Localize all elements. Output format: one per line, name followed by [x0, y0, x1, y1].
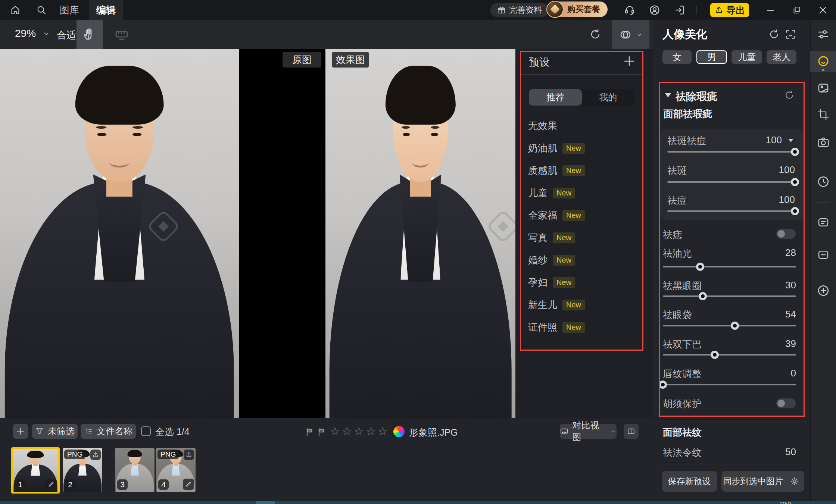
compare-mode-button[interactable]	[612, 20, 649, 49]
dark-circle-slider[interactable]	[663, 295, 796, 297]
flag-pick-button[interactable]	[305, 427, 315, 437]
divider	[816, 160, 830, 160]
export-button[interactable]: 导出	[710, 3, 749, 17]
star-icon[interactable]	[366, 425, 376, 438]
tab-recommended[interactable]: 推荐	[529, 89, 582, 106]
sync-settings-button[interactable]	[785, 476, 804, 486]
sidebar-history-button[interactable]	[817, 175, 830, 188]
double-chin-slider[interactable]	[663, 354, 796, 356]
ruler-tool-button[interactable]	[114, 27, 130, 43]
preset-item[interactable]: 新生儿New	[528, 298, 585, 312]
slider-label: 祛斑	[667, 164, 687, 177]
support-button[interactable]	[624, 4, 636, 16]
wrinkle-section-title: 面部祛纹	[663, 426, 702, 439]
sidebar-add-button[interactable]	[817, 284, 830, 297]
preset-item[interactable]: 质感肌New	[528, 164, 585, 177]
search-button[interactable]	[36, 4, 47, 16]
account-button[interactable]	[649, 4, 661, 16]
home-button[interactable]	[10, 4, 21, 16]
original-photo[interactable]	[0, 49, 239, 418]
tab-gallery[interactable]: 图库	[60, 0, 79, 20]
preset-item[interactable]: 孕妇New	[528, 276, 575, 289]
preset-item[interactable]: 婚纱New	[528, 254, 575, 267]
gender-elder-button[interactable]: 老人	[767, 50, 796, 64]
logout-button[interactable]	[674, 4, 686, 16]
preset-item[interactable]: 奶油肌New	[528, 142, 585, 155]
slider-knob[interactable]	[791, 148, 799, 156]
add-preset-button[interactable]	[623, 54, 636, 68]
thumbnail-1[interactable]: 1	[11, 447, 60, 494]
slider-knob[interactable]	[659, 381, 667, 389]
complete-profile-button[interactable]: 完善资料	[490, 3, 549, 17]
select-all-checkbox[interactable]	[141, 426, 151, 436]
panel-reset-button[interactable]	[768, 28, 780, 40]
sidebar-camera-button[interactable]	[817, 135, 830, 149]
thumbnail-2[interactable]: PNG 2	[63, 448, 102, 492]
gender-male-button[interactable]: 男	[696, 50, 727, 64]
reset-button[interactable]	[589, 28, 602, 41]
slider-knob[interactable]	[696, 263, 704, 271]
zoom-level-dropdown[interactable]: 29%	[15, 28, 50, 40]
tab-mine[interactable]: 我的	[582, 89, 634, 106]
slider-knob[interactable]	[699, 292, 707, 300]
preset-item[interactable]: 证件照New	[528, 321, 585, 334]
minimize-button[interactable]	[765, 5, 776, 15]
thumbnail-3[interactable]: 3	[115, 448, 155, 492]
star-icon[interactable]	[354, 425, 364, 438]
sidebar-crop-button[interactable]	[817, 108, 830, 121]
oil-removal-slider[interactable]	[663, 266, 796, 267]
freckle-slider[interactable]	[667, 181, 795, 183]
thumbnail-4[interactable]: PNG 4	[156, 448, 196, 492]
hand-tool-button[interactable]	[77, 20, 103, 49]
preset-item[interactable]: 无效果	[528, 119, 557, 132]
color-label-button[interactable]	[393, 426, 405, 437]
star-icon[interactable]	[342, 425, 352, 438]
sync-to-selected-button[interactable]: 同步到选中图片	[721, 471, 804, 492]
acne-slider[interactable]	[667, 210, 795, 212]
sidebar-portrait-button[interactable]	[817, 54, 830, 68]
gender-female-button[interactable]: 女	[662, 50, 692, 64]
beard-protect-toggle[interactable]	[776, 398, 796, 408]
purchase-plan-button[interactable]: 购买套餐	[546, 1, 608, 17]
tab-edit[interactable]: 编辑	[89, 0, 123, 20]
effect-photo[interactable]	[325, 49, 515, 418]
new-badge: New	[553, 232, 575, 243]
star-icon[interactable]	[378, 425, 388, 438]
preset-item[interactable]: 全家福New	[528, 209, 585, 222]
split-view-button[interactable]	[624, 424, 639, 439]
sidebar-adjust-button[interactable]	[817, 28, 830, 41]
preset-item[interactable]: 儿童New	[528, 187, 575, 200]
collapse-caret-icon[interactable]	[665, 93, 671, 97]
filter-button[interactable]: 未筛选	[32, 424, 78, 439]
compare-view-dropdown[interactable]: 对比视图	[560, 424, 617, 439]
gender-child-button[interactable]: 儿童	[732, 50, 762, 64]
slider-knob[interactable]	[791, 207, 799, 215]
add-image-button[interactable]	[13, 424, 28, 439]
star-icon[interactable]	[330, 425, 340, 438]
blemish-reset-button[interactable]	[784, 90, 795, 101]
restore-button[interactable]	[792, 5, 802, 15]
sidebar-image-button[interactable]	[817, 81, 830, 95]
mole-removal-toggle[interactable]	[776, 229, 796, 239]
slider-knob[interactable]	[791, 178, 799, 186]
chevron-down-icon	[611, 428, 617, 434]
sidebar-label-button[interactable]	[817, 248, 830, 262]
flag-reject-button[interactable]	[317, 427, 327, 437]
slider-knob[interactable]	[731, 322, 739, 330]
slider-knob[interactable]	[711, 351, 719, 359]
freckle-acne-slider[interactable]	[667, 151, 795, 153]
face-detect-button[interactable]	[784, 28, 796, 40]
preset-item[interactable]: 写真New	[528, 231, 575, 244]
divider	[620, 426, 620, 436]
taskbar-clock: 10:0	[779, 501, 791, 504]
note-icon	[817, 216, 830, 229]
sort-button[interactable]: 文件名称	[81, 424, 136, 439]
close-button[interactable]	[817, 4, 829, 16]
eye-bag-slider[interactable]	[663, 325, 796, 326]
sidebar-notes-button[interactable]	[817, 216, 830, 229]
save-preset-button[interactable]: 保存新预设	[662, 471, 717, 492]
fit-view-button[interactable]: 合适	[57, 29, 76, 42]
lip-line-slider[interactable]	[663, 384, 796, 385]
expand-caret-icon[interactable]	[788, 139, 793, 142]
exit-icon	[674, 4, 686, 16]
